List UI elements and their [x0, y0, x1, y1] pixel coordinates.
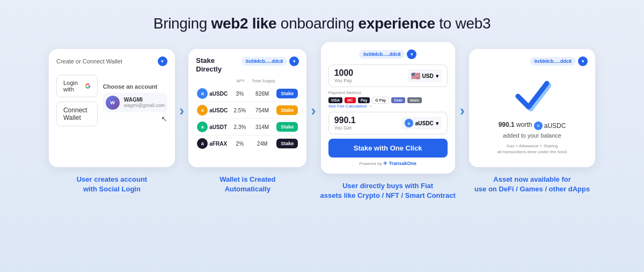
token-icon-afrax: a	[197, 138, 208, 149]
stake-one-click-btn[interactable]: Stake with One Click	[328, 139, 448, 158]
step2-chevron[interactable]: ▾	[289, 56, 299, 66]
step1-chevron[interactable]: ▾	[158, 56, 167, 66]
added-text: added to your balance	[477, 132, 588, 139]
token-icon-ausdc1: a	[197, 88, 208, 99]
login-with-label: Login with	[63, 80, 81, 92]
table-row: a aUSDC 2.5% 754M Stake	[196, 102, 299, 119]
step-3-card: 0x59dcb.....ddc8 ▾ 1000 You Pay 🇺🇸 USD ▾…	[321, 42, 455, 174]
step2-address: 0x59dcb.....ddc8	[241, 57, 288, 66]
choose-account-label: Choose an account	[103, 83, 167, 90]
step-4-card: 0x59dcb.....ddc8 ▾ 990.1 worth a a	[469, 49, 595, 167]
account-name: WAGMI	[124, 97, 165, 103]
connect-wallet-btn[interactable]: Connect Wallet	[56, 102, 98, 126]
visa-icon: VISA	[328, 97, 342, 103]
payment-method-label: Payment Method	[328, 90, 448, 95]
arrow-3: ›	[460, 102, 465, 141]
step4-address: 0x59dcb.....ddc8	[530, 57, 576, 66]
flag-icon: 🇺🇸	[411, 71, 420, 80]
mastercard-icon: MC	[345, 97, 356, 103]
venmo-icon: more	[407, 97, 422, 103]
page-title: Bringing web2 like onboarding experience…	[153, 0, 491, 42]
google-pay-icon: G Pay	[372, 97, 389, 104]
you-pay-value: 1000	[334, 68, 354, 78]
token-out-icon: a	[405, 119, 413, 127]
currency-label: USD	[422, 73, 434, 79]
step4-chevron[interactable]: ▾	[578, 56, 588, 66]
step2-caption: Wallet is Created Automatically	[219, 175, 275, 194]
step4-caption: Asset now available for use on DeFi / Ga…	[474, 175, 590, 194]
step3-address-row: 0x59dcb.....ddc8 ▾	[328, 49, 448, 59]
google-icon	[85, 82, 90, 90]
step3-address: 0x59dcb.....ddc8	[359, 50, 405, 59]
avatar: W	[106, 96, 120, 110]
stake-btn-1[interactable]: Stake	[276, 89, 298, 98]
step-1-card: Create or Connect Wallet ▾ Login with	[49, 49, 175, 167]
coinbase-icon: Coin	[391, 97, 405, 103]
step-3-wrapper: 0x59dcb.....ddc8 ▾ 1000 You Pay 🇺🇸 USD ▾…	[320, 42, 456, 201]
success-checkmark	[514, 79, 551, 113]
account-email: wagmi@gmail.com	[124, 103, 165, 108]
arrow-1: ›	[179, 102, 184, 141]
token-out-selector[interactable]: a aUSDC ▾	[401, 117, 442, 130]
step3-chevron[interactable]: ▾	[407, 49, 416, 59]
step-2-card: StakeDirectly 0x59dcb.....ddc8 ▾ APY Tot…	[188, 49, 306, 167]
you-pay-label: You Pay	[334, 78, 354, 83]
token-icon-ausdc2: a	[197, 105, 208, 116]
step-4-wrapper: 0x59dcb.....ddc8 ▾ 990.1 worth a a	[469, 49, 595, 194]
table-row: a aFRAX 2% 24M Stake	[196, 135, 299, 152]
steps-container: Create or Connect Wallet ▾ Login with	[0, 42, 644, 201]
payment-method-section: Payment Method VISA MC Pay G Pay Coin mo…	[328, 90, 448, 109]
step2-title: StakeDirectly	[196, 56, 222, 75]
stake-btn-4[interactable]: Stake	[276, 139, 298, 148]
table-row: a aUSDT 2.3% 314M Stake	[196, 119, 299, 135]
cursor-icon: ↖	[161, 114, 167, 123]
worth-amount: 990.1	[499, 121, 515, 128]
you-pay-row: 1000 You Pay 🇺🇸 USD ▾	[328, 65, 448, 87]
account-item[interactable]: W WAGMI wagmi@gmail.com	[103, 93, 167, 112]
you-get-value: 990.1	[334, 116, 356, 125]
worth-label: worth	[516, 121, 532, 128]
token-icon-small: a	[534, 121, 543, 130]
login-google-btn[interactable]: Login with	[56, 75, 98, 97]
powered-by: Powered by ✈ TransakOne	[328, 161, 448, 166]
token-out-label: aUSDC	[415, 120, 434, 126]
payment-icons-row: VISA MC Pay G Pay Coin more	[328, 97, 448, 104]
currency-selector[interactable]: 🇺🇸 USD ▾	[408, 69, 442, 82]
you-get-label: You Get	[334, 125, 356, 131]
fee-calculation-link[interactable]: See Fee Calculation →	[328, 104, 448, 109]
step-2-wrapper: StakeDirectly 0x59dcb.....ddc8 ▾ APY Tot…	[188, 49, 306, 194]
step3-caption: User directly buys with Fiat assets like…	[320, 181, 456, 201]
currency-chevron: ▾	[436, 73, 438, 79]
stake-btn-3[interactable]: Stake	[276, 122, 298, 132]
token-label: aUSDC	[544, 122, 566, 130]
step4-address-row: 0x59dcb.....ddc8 ▾	[477, 56, 588, 66]
transak-logo: ✈ TransakOne	[383, 161, 416, 166]
token-icon-ausdt: a	[197, 121, 208, 132]
apple-pay-icon: Pay	[358, 97, 370, 103]
worth-text: 990.1 worth a aUSDC	[477, 121, 588, 130]
table-row: a aUSDC 3% 826M Stake	[196, 85, 299, 102]
step1-caption: User creates account with Social Login	[77, 175, 148, 194]
step-1-wrapper: Create or Connect Wallet ▾ Login with	[49, 49, 175, 194]
stake-btn-2[interactable]: Stake	[276, 105, 298, 115]
connect-wallet-label: Connect Wallet	[63, 106, 87, 121]
table-header: APY Total Supply	[196, 78, 299, 85]
arrow-2: ›	[311, 102, 316, 141]
you-get-row: 990.1 You Get a aUSDC ▾	[328, 112, 448, 134]
step1-title: Create or Connect Wallet	[56, 58, 122, 65]
gas-note: Gas + Allowance + Stakingall transaction…	[477, 143, 588, 155]
